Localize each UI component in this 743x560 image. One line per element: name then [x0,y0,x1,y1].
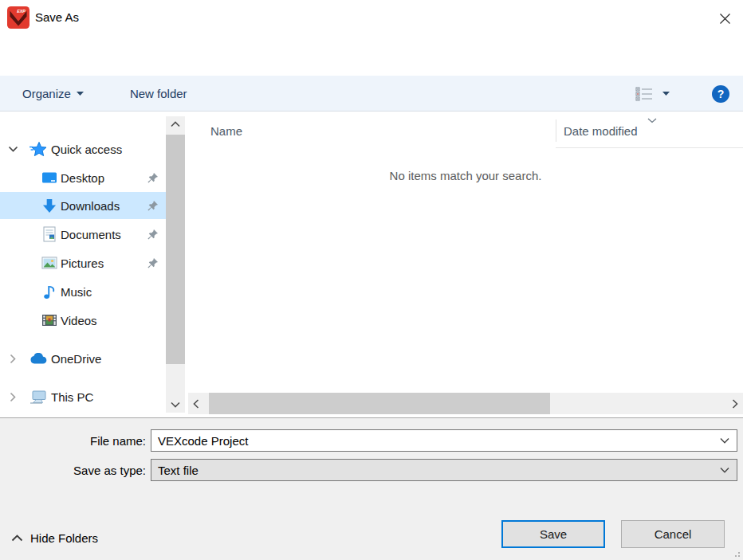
caret-down-icon [77,92,84,96]
chevron-up-icon [11,535,23,542]
sidebar-item-desktop[interactable]: Desktop [0,164,166,191]
svg-text:?: ? [717,88,725,100]
sidebar-item-label: Documents [61,228,121,241]
sidebar-item-onedrive[interactable]: OneDrive [0,345,166,372]
save-as-type-label: Save as type: [0,464,146,477]
details-view-icon [635,87,653,101]
pin-icon [147,257,159,269]
caret-down-icon [662,92,670,96]
column-divider[interactable] [556,119,556,142]
save-as-dialog: EXP Save As [0,0,743,560]
this-pc-icon [29,390,48,404]
downloads-icon [40,198,59,213]
cancel-button[interactable]: Cancel [621,520,725,548]
pin-icon [147,200,159,212]
desktop-icon [40,171,59,185]
new-folder-button[interactable]: New folder [130,87,187,100]
hide-folders-label: Hide Folders [30,531,98,545]
sidebar-item-documents[interactable]: Documents [0,221,166,248]
collapse-chevron-icon[interactable] [6,392,19,402]
help-button[interactable]: ? [711,84,730,104]
sidebar-item-label: This PC [51,390,93,404]
bottom-panel: File name: VEXcode Project Save as type:… [0,417,743,560]
sidebar-item-this-pc[interactable]: This PC [0,383,166,410]
expand-chevron-icon[interactable] [6,146,19,153]
column-header-date-modified[interactable]: Date modified [564,119,638,142]
vexcode-app-icon: EXP [7,6,29,29]
sidebar-item-label: OneDrive [51,352,101,366]
chevron-left-icon [193,399,199,409]
scroll-left-button[interactable] [188,393,204,414]
sidebar-item-label: Music [61,285,92,299]
navigation-pane: Quick access Desktop Downloads [0,112,166,417]
header-underline [556,147,743,148]
sidebar-item-pictures[interactable]: Pictures [0,249,166,276]
empty-folder-message: No items match your search. [188,169,743,182]
pin-icon [147,172,159,184]
chevron-right-icon [732,399,738,409]
new-folder-label: New folder [130,87,187,100]
scrollbar-thumb[interactable] [209,393,550,414]
close-button[interactable] [716,10,733,27]
file-list: Name Date modified No items match your s… [188,112,743,417]
navigation-bar: This PC Downloads Search Downloads [0,36,743,76]
scrollbar-thumb[interactable] [166,135,185,364]
content-area: Quick access Desktop Downloads [0,112,743,417]
file-name-label: File name: [0,434,146,448]
sidebar-item-label: Pictures [61,257,104,270]
scroll-up-button[interactable] [166,116,185,132]
title-bar: EXP Save As [0,0,743,36]
sidebar-item-quick-access[interactable]: Quick access [0,135,166,163]
help-icon: ? [711,84,730,104]
onedrive-icon [29,353,48,364]
sidebar-item-label: Desktop [61,171,104,185]
pictures-icon [40,257,59,269]
column-header-name[interactable]: Name [210,119,242,142]
command-toolbar: Organize New folder [0,76,743,112]
chevron-down-icon[interactable] [720,438,737,444]
change-view-button[interactable] [635,87,670,101]
sidebar-item-label: Videos [61,314,97,327]
chevron-down-icon[interactable] [720,468,737,473]
collapse-chevron-icon[interactable] [6,354,19,364]
toolbar-right-group: ? [635,76,743,112]
save-as-type-value: Text file [151,464,720,477]
close-icon [719,13,731,25]
sidebar-item-music[interactable]: Music [0,278,166,305]
save-button[interactable]: Save [501,520,605,548]
save-as-type-select[interactable]: Text file [151,459,737,481]
organize-label: Organize [22,87,71,100]
chevron-up-icon [171,121,180,127]
svg-text:EXP: EXP [17,9,26,14]
sidebar-item-downloads[interactable]: Downloads [0,192,166,219]
file-name-value: VEXcode Project [151,434,720,448]
scroll-down-button[interactable] [166,397,185,413]
scroll-right-button[interactable] [727,393,743,414]
sidebar-scrollbar[interactable] [166,116,185,413]
sidebar-item-label: Downloads [61,199,120,213]
documents-icon [40,226,59,242]
window-title: Save As [35,10,79,24]
videos-icon [40,314,59,327]
file-name-input[interactable]: VEXcode Project [151,429,737,452]
resize-grip[interactable] [733,550,741,558]
music-icon [40,284,59,300]
pin-icon [147,229,159,241]
chevron-down-icon [171,401,180,408]
sort-indicator-icon [647,112,657,126]
sidebar-item-label: Quick access [51,143,122,156]
quick-access-star-icon [29,141,48,157]
organize-button[interactable]: Organize [22,87,84,100]
sidebar-item-videos[interactable]: Videos [0,307,166,334]
hide-folders-button[interactable]: Hide Folders [11,531,98,545]
horizontal-scrollbar[interactable] [188,393,743,414]
